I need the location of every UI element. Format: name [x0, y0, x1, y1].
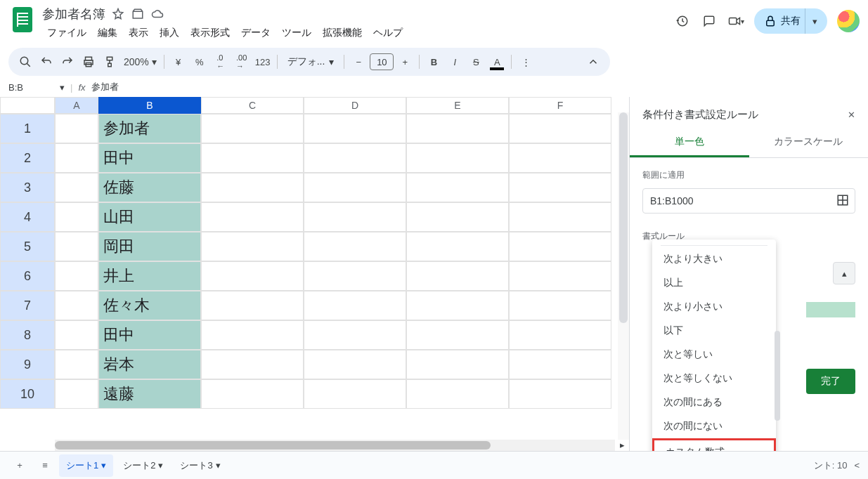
increase-decimal-button[interactable]: .00→ [232, 52, 252, 72]
cell[interactable] [509, 379, 611, 409]
col-header-C[interactable]: C [201, 97, 304, 114]
cell[interactable] [55, 350, 98, 379]
col-header-E[interactable]: E [406, 97, 509, 114]
vertical-scrollbar[interactable] [618, 112, 629, 440]
tab-color-scale[interactable]: カラースケール [749, 129, 869, 157]
decrease-decimal-button[interactable]: .0← [211, 52, 231, 72]
close-icon[interactable]: ✕ [848, 110, 855, 120]
font-size-input[interactable]: 10 [370, 53, 394, 70]
sheet-tab-2[interactable]: シート2 ▾ [116, 454, 170, 477]
cell[interactable] [304, 291, 406, 320]
more-toolbar-icon[interactable]: ⋮ [516, 52, 536, 72]
row-header[interactable]: 2 [0, 143, 55, 173]
sheets-logo[interactable] [8, 6, 37, 34]
cell[interactable] [406, 291, 509, 320]
menu-view[interactable]: 表示 [124, 24, 153, 42]
cell[interactable] [304, 320, 406, 350]
dd-item[interactable]: 次の間にある [652, 391, 776, 414]
avatar[interactable] [837, 10, 860, 32]
tab-single-color[interactable]: 単一色 [630, 129, 749, 157]
dd-item[interactable]: 次の間にない [652, 414, 776, 438]
row-header[interactable]: 4 [0, 202, 55, 232]
bold-button[interactable]: B [424, 52, 443, 72]
move-icon[interactable] [131, 7, 145, 21]
range-input[interactable]: B1:B1000 [642, 188, 855, 214]
cell[interactable]: 岩本 [98, 350, 201, 379]
cell[interactable] [304, 232, 406, 261]
cell[interactable] [509, 350, 611, 379]
share-button[interactable]: 共有 ▾ [754, 8, 827, 34]
menu-help[interactable]: ヘルプ [368, 24, 408, 42]
cell[interactable] [201, 379, 304, 409]
undo-icon[interactable] [37, 52, 56, 72]
cell[interactable] [304, 173, 406, 202]
cell[interactable] [406, 202, 509, 232]
cell[interactable] [201, 173, 304, 202]
cell[interactable] [201, 291, 304, 320]
cell[interactable] [201, 202, 304, 232]
cell[interactable]: 田中 [98, 320, 201, 350]
cell[interactable] [55, 379, 98, 409]
row-header[interactable]: 7 [0, 291, 55, 320]
cell[interactable] [406, 320, 509, 350]
spreadsheet-grid[interactable]: A B C D E F 1参加者 2田中 3佐藤 4山田 5岡田 6井上 7佐々… [0, 97, 629, 409]
cell[interactable] [406, 261, 509, 291]
menu-format[interactable]: 表示形式 [186, 24, 235, 42]
formula-bar[interactable]: 参加者 [91, 81, 119, 93]
row-header[interactable]: 10 [0, 379, 55, 409]
share-dropdown[interactable]: ▾ [805, 8, 824, 34]
cell[interactable]: 田中 [98, 143, 201, 173]
cell[interactable] [201, 350, 304, 379]
menu-tools[interactable]: ツール [277, 24, 316, 42]
currency-button[interactable]: ¥ [169, 52, 188, 72]
strikethrough-button[interactable]: S [466, 52, 486, 72]
redo-icon[interactable] [58, 52, 77, 72]
row-header[interactable]: 9 [0, 350, 55, 379]
cell[interactable] [406, 114, 509, 143]
cell[interactable] [304, 350, 406, 379]
increase-font-button[interactable]: + [395, 52, 415, 72]
row-header[interactable]: 6 [0, 261, 55, 291]
cell[interactable] [509, 261, 611, 291]
row-header[interactable]: 1 [0, 114, 55, 143]
cell[interactable] [304, 114, 406, 143]
dd-item[interactable]: 次より小さい [652, 295, 776, 319]
cell[interactable] [509, 232, 611, 261]
grid-select-icon[interactable] [836, 194, 849, 209]
dropdown-scrollbar[interactable] [775, 331, 780, 421]
row-header[interactable]: 8 [0, 320, 55, 350]
cell[interactable] [201, 143, 304, 173]
dd-item[interactable]: 次より大きい [652, 247, 776, 271]
horizontal-scrollbar[interactable]: ▸ [55, 440, 615, 451]
menu-file[interactable]: ファイル [42, 24, 91, 42]
percent-button[interactable]: % [190, 52, 209, 72]
cell[interactable] [406, 350, 509, 379]
sheet-tab-1[interactable]: シート1 ▾ [59, 454, 113, 477]
text-color-button[interactable]: A [487, 52, 507, 72]
star-icon[interactable] [111, 7, 125, 21]
cell[interactable] [509, 291, 611, 320]
explore-icon[interactable]: < [854, 460, 860, 471]
col-header-A[interactable]: A [55, 97, 98, 114]
cell[interactable] [509, 202, 611, 232]
cell[interactable]: 山田 [98, 202, 201, 232]
cell[interactable] [55, 261, 98, 291]
dd-item[interactable]: 次と等しくない [652, 367, 776, 391]
row-header[interactable]: 3 [0, 173, 55, 202]
cell[interactable]: 参加者 [98, 114, 201, 143]
number-format-button[interactable]: 123 [253, 52, 273, 72]
cell[interactable]: 遠藤 [98, 379, 201, 409]
cell[interactable] [201, 320, 304, 350]
dd-item[interactable]: 次と等しい [652, 343, 776, 367]
cell[interactable] [304, 379, 406, 409]
cell[interactable] [55, 291, 98, 320]
font-select[interactable]: デフォ... ▾ [282, 55, 340, 68]
cell[interactable] [55, 202, 98, 232]
cell[interactable] [509, 143, 611, 173]
dd-item[interactable]: 以上 [652, 271, 776, 295]
cell[interactable] [201, 261, 304, 291]
italic-button[interactable]: I [445, 52, 465, 72]
col-header-D[interactable]: D [304, 97, 406, 114]
done-button[interactable]: 完了 [806, 369, 855, 394]
cell[interactable]: 岡田 [98, 232, 201, 261]
